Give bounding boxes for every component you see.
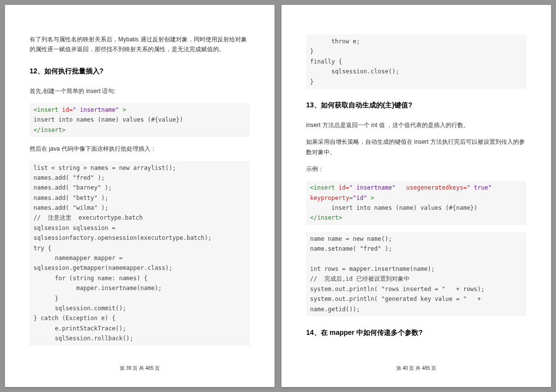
attr-id: id= — [59, 106, 73, 113]
code-block-1: <insert id=" insertname" > insert into n… — [30, 103, 250, 137]
c3-vid: " insertname" — [349, 184, 396, 191]
code-block-cont: throw e; } finally { sqlsession.close();… — [306, 34, 526, 89]
p1: insert 方法总是返回一个 int 值 ，这个值代表的是插入的行数。 — [306, 120, 526, 130]
c3-close-name: insert — [317, 214, 338, 221]
heading-13: 13、如何获取自动生成的(主)键值? — [306, 99, 526, 111]
page-right: throw e; } finally { sqlsession.close();… — [281, 5, 551, 387]
code-block-3: <insert id=" insertname" usegeneratedkey… — [306, 181, 526, 225]
intro-text: 有了列名与属性名的映射关系后，Mybatis 通过反射创建对象，同时使用反射给对… — [30, 34, 250, 55]
page-left-content: 有了列名与属性名的映射关系后，Mybatis 通过反射创建对象，同时使用反射给对… — [30, 34, 250, 359]
c3-vugk: " true" — [467, 184, 492, 191]
attr-id-val: " insertname" — [73, 106, 119, 113]
page-footer-right: 第 40 页 共 485 页 — [306, 359, 526, 372]
code-block-3b: name name = new name(); name.setname( "f… — [306, 232, 526, 316]
heading-14: 14、在 mapper 中如何传递多个参数? — [306, 327, 526, 339]
c3-close-lt: </ — [310, 214, 317, 221]
heading-12: 12、如何执行批量插入? — [30, 65, 250, 77]
tag-open-gt: > — [119, 106, 126, 113]
c3-body: insert into names (name) values (#{name}… — [310, 204, 478, 211]
code1-body: insert into names (name) values (#{value… — [34, 116, 183, 123]
tag-close-name: insert — [40, 127, 62, 133]
c3-gt: > — [367, 195, 374, 201]
c3-vkp: "id" — [353, 195, 367, 201]
tag-close-lt: </ — [34, 127, 40, 133]
p2: 如果采用自增长策略，自动生成的键值在 insert 方法执行完后可以被设置到传入… — [306, 137, 526, 157]
first-line: 首先,创建一个简单的 insert 语句: — [30, 86, 250, 96]
c3-close-gt: > — [339, 214, 342, 221]
then-line: 然后在 java 代码中像下面这样执行批处理插入： — [30, 144, 250, 154]
page-footer-left: 第 39 页 共 485 页 — [30, 359, 250, 372]
c3-aid: id= — [335, 184, 349, 191]
page-left: 有了列名与属性名的映射关系后，Mybatis 通过反射创建对象，同时使用反射给对… — [5, 5, 275, 387]
c3-tag: insert — [313, 184, 335, 191]
code-block-2: list < string > names = new arraylist();… — [30, 161, 250, 346]
p3: 示例： — [306, 164, 526, 174]
tag-close-gt: > — [62, 127, 66, 133]
tag-open-name: insert — [37, 106, 58, 113]
c3-augk: usegeneratedkeys= — [395, 184, 467, 191]
page-right-content: throw e; } finally { sqlsession.close();… — [306, 34, 526, 359]
